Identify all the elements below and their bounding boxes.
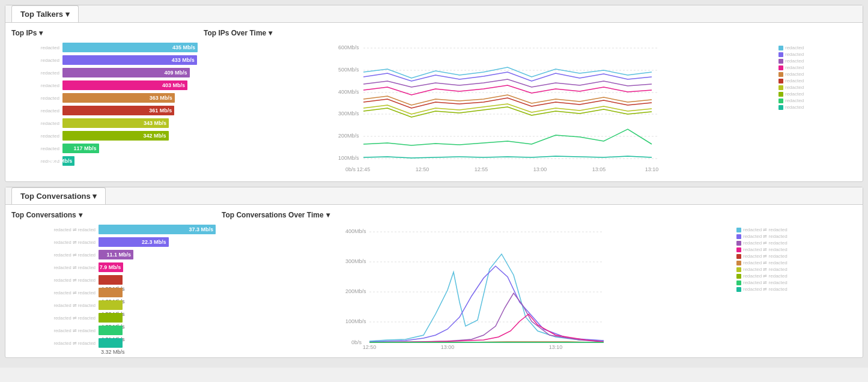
svg-text:100Mb/s: 100Mb/s (345, 318, 366, 324)
legend-color (778, 105, 783, 110)
conv-legend-item: redacted ⇌ redacted (736, 273, 857, 279)
bar-row: redacted435 Mb/s (11, 42, 198, 53)
conv-legend-item: redacted ⇌ redacted (736, 260, 857, 265)
top-conv-chart-svg: 400Mb/s 300Mb/s 200Mb/s 100Mb/s 0b/s 12: (222, 224, 733, 350)
bar-label: redacted (11, 133, 59, 139)
legend-label: redacted (785, 91, 804, 97)
top-conv-chart-area: 400Mb/s 300Mb/s 200Mb/s 100Mb/s 0b/s 12: (222, 224, 857, 351)
bar-row: redacted117 Mb/s (11, 143, 198, 154)
conv-legend-label: redacted ⇌ redacted (743, 240, 788, 246)
conv-legend-color (736, 280, 741, 285)
svg-text:200Mb/s: 200Mb/s (345, 288, 366, 294)
top-ips-bar-chart: redacted435 Mb/sredacted433 Mb/sredacted… (11, 42, 198, 166)
legend-item: redacted (778, 65, 857, 70)
legend-item: redacted (778, 58, 857, 64)
svg-text:13:05: 13:05 (592, 166, 606, 172)
legend-label: redacted (785, 65, 804, 70)
conv-bar-row: redacted ⇌ redacted7.9 Mb/s (11, 262, 216, 273)
legend-color (778, 52, 783, 57)
conv-legend-item: redacted ⇌ redacted (736, 280, 857, 285)
bar-row: redacted343 Mb/s (11, 118, 198, 129)
top-conv-title[interactable]: Top Conversations ▾ (11, 211, 216, 219)
legend-color (778, 46, 783, 50)
top-ips-overtime-title[interactable]: Top IPs Over Time ▾ (204, 29, 857, 37)
bar-label: redacted (11, 121, 59, 126)
conv-legend-color (736, 267, 741, 272)
svg-text:12:55: 12:55 (475, 166, 488, 172)
svg-text:0b/s: 0b/s (351, 339, 362, 345)
svg-text:100Mb/s: 100Mb/s (338, 155, 359, 161)
conv-bar-row: redacted ⇌ redacted4.21 Mb/s (11, 325, 216, 336)
conv-legend-item: redacted ⇌ redacted (736, 286, 857, 292)
conv-bar-label: redacted ⇌ redacted (11, 328, 96, 333)
conv-bar-row: redacted ⇌ redacted3.32 Mb/s (11, 338, 216, 348)
conv-legend-label: redacted ⇌ redacted (743, 273, 788, 279)
legend-label: redacted (785, 58, 804, 64)
top-conversations-tab[interactable]: Top Conversations ▾ (11, 187, 106, 204)
legend-item: redacted (778, 85, 857, 90)
top-conversations-panel: Top Conversations ▾ Top Conversations ▾ … (5, 187, 863, 358)
bar-label: redacted (11, 83, 59, 88)
svg-text:13:00: 13:00 (533, 166, 547, 172)
conv-bar-row: redacted ⇌ redacted4.33 Mb/s (11, 312, 216, 323)
conv-bar-label: redacted ⇌ redacted (11, 240, 96, 245)
conv-bar-label: redacted ⇌ redacted (11, 265, 96, 270)
conv-legend-color (736, 247, 741, 252)
svg-text:0b/s: 0b/s (345, 166, 356, 172)
top-conversations-body: Top Conversations ▾ redacted ⇌ redacted3… (5, 205, 863, 357)
top-conv-overtime-section: Top Conversations Over Time ▾ 400Mb/s 30… (222, 211, 857, 351)
svg-text:13:10: 13:10 (549, 344, 563, 350)
conv-legend-label: redacted ⇌ redacted (743, 234, 788, 239)
conv-bar-row: redacted ⇌ redacted4.53 Mb/s (11, 300, 216, 311)
top-talkers-body: Top IPs ▾ redacted435 Mb/sredacted433 Mb… (5, 23, 863, 181)
bar-row: redacted433 Mb/s (11, 55, 198, 65)
bar-label: redacted (11, 96, 59, 101)
top-ips-section: Top IPs ▾ redacted435 Mb/sredacted433 Mb… (11, 29, 198, 175)
svg-text:400Mb/s: 400Mb/s (338, 89, 359, 95)
bar-label: redacted (11, 58, 59, 63)
page: Top Talkers ▾ Top IPs ▾ redacted435 Mb/s… (0, 0, 868, 368)
conv-bar-row: redacted ⇌ redacted37.3 Mb/s (11, 224, 216, 235)
bar-row: redacted342 Mb/s (11, 130, 198, 141)
legend-label: redacted (785, 71, 804, 77)
conv-legend-color (736, 287, 741, 292)
bar-label: redacted (11, 108, 59, 114)
conv-legend-label: redacted ⇌ redacted (743, 253, 788, 259)
legend-item: redacted (778, 45, 857, 50)
top-conversations-header: Top Conversations ▾ (5, 187, 863, 205)
conv-bar-row: redacted ⇌ redacted11.1 Mb/s (11, 249, 216, 260)
conv-bar-label: redacted ⇌ redacted (11, 227, 96, 232)
top-talkers-tab[interactable]: Top Talkers ▾ (11, 5, 79, 22)
legend-label: redacted (785, 98, 804, 103)
bar-row: redacted361 Mb/s (11, 105, 198, 116)
top-ips-chart-svg: 600Mb/s 500Mb/s 400Mb/s 300Mb/s 200Mb/s … (204, 42, 775, 174)
legend-color (778, 99, 783, 103)
legend-label: redacted (785, 78, 804, 83)
top-conv-overtime-title[interactable]: Top Conversations Over Time ▾ (222, 211, 857, 219)
conv-legend-label: redacted ⇌ redacted (743, 260, 788, 265)
conv-legend-item: redacted ⇌ redacted (736, 247, 857, 252)
legend-label: redacted (785, 105, 804, 110)
top-talkers-header: Top Talkers ▾ (5, 5, 863, 23)
bar-label: redacted (11, 70, 59, 76)
conv-bar-label: redacted ⇌ redacted (11, 341, 96, 346)
conv-bar-label: redacted ⇌ redacted (11, 303, 96, 308)
conv-legend-label: redacted ⇌ redacted (743, 227, 788, 232)
svg-text:600Mb/s: 600Mb/s (338, 44, 359, 50)
conv-legend-item: redacted ⇌ redacted (736, 253, 857, 259)
legend-item: redacted (778, 98, 857, 103)
svg-text:12:50: 12:50 (416, 166, 429, 172)
top-ips-title[interactable]: Top IPs ▾ (11, 29, 198, 37)
legend-label: redacted (785, 52, 804, 57)
svg-text:12:50: 12:50 (363, 344, 377, 350)
bar-row: redacted403 Mb/s (11, 80, 198, 91)
conv-bar-row: redacted ⇌ redacted22.3 Mb/s (11, 237, 216, 247)
legend-color (778, 72, 783, 77)
conv-legend-label: redacted ⇌ redacted (743, 247, 788, 252)
conv-legend-item: redacted ⇌ redacted (736, 267, 857, 272)
bar-label: redacted (11, 45, 59, 50)
conv-legend-item: redacted ⇌ redacted (736, 234, 857, 239)
bar-row: redacted39.7 Mb/s (11, 156, 198, 166)
legend-label: redacted (785, 85, 804, 90)
conv-bar-label: redacted ⇌ redacted (11, 277, 96, 283)
